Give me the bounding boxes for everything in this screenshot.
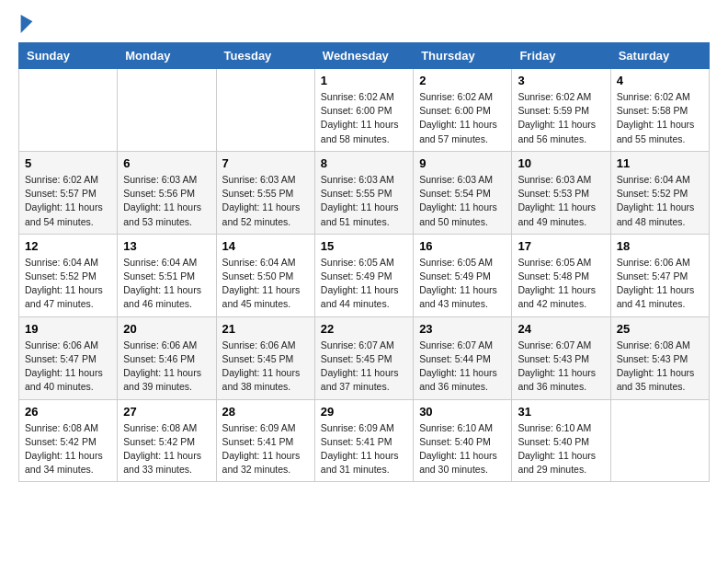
day-number: 24 bbox=[518, 322, 604, 336]
day-number: 29 bbox=[321, 405, 407, 419]
calendar-cell bbox=[610, 399, 709, 482]
cell-info: Sunrise: 6:05 AMSunset: 5:48 PMDaylight:… bbox=[518, 256, 604, 312]
day-number: 25 bbox=[617, 322, 703, 336]
cell-info: Sunrise: 6:02 AMSunset: 6:00 PMDaylight:… bbox=[321, 90, 407, 146]
calendar-cell bbox=[19, 69, 118, 152]
day-number: 20 bbox=[123, 322, 210, 336]
calendar-cell: 22Sunrise: 6:07 AMSunset: 5:45 PMDayligh… bbox=[314, 316, 413, 399]
weekday-header-sunday: Sunday bbox=[19, 43, 118, 69]
logo-icon bbox=[20, 15, 33, 33]
weekday-header-friday: Friday bbox=[512, 43, 610, 69]
cell-info: Sunrise: 6:10 AMSunset: 5:40 PMDaylight:… bbox=[419, 421, 506, 477]
day-number: 3 bbox=[518, 74, 604, 87]
calendar-cell: 10Sunrise: 6:03 AMSunset: 5:53 PMDayligh… bbox=[512, 151, 610, 234]
cell-info: Sunrise: 6:03 AMSunset: 5:55 PMDaylight:… bbox=[321, 173, 407, 229]
calendar-cell: 6Sunrise: 6:03 AMSunset: 5:56 PMDaylight… bbox=[118, 151, 216, 234]
cell-info: Sunrise: 6:03 AMSunset: 5:53 PMDaylight:… bbox=[518, 173, 604, 229]
day-number: 15 bbox=[321, 239, 407, 253]
day-number: 30 bbox=[419, 405, 506, 419]
logo bbox=[18, 18, 33, 33]
cell-info: Sunrise: 6:04 AMSunset: 5:52 PMDaylight:… bbox=[25, 256, 111, 312]
calendar-cell bbox=[118, 69, 216, 152]
day-number: 19 bbox=[25, 322, 111, 336]
day-number: 14 bbox=[222, 239, 309, 253]
calendar-cell: 11Sunrise: 6:04 AMSunset: 5:52 PMDayligh… bbox=[610, 151, 709, 234]
day-number: 22 bbox=[321, 322, 407, 336]
cell-info: Sunrise: 6:02 AMSunset: 5:58 PMDaylight:… bbox=[617, 90, 703, 146]
cell-info: Sunrise: 6:03 AMSunset: 5:55 PMDaylight:… bbox=[222, 173, 309, 229]
day-number: 26 bbox=[25, 405, 111, 419]
cell-info: Sunrise: 6:06 AMSunset: 5:46 PMDaylight:… bbox=[123, 339, 210, 395]
cell-info: Sunrise: 6:04 AMSunset: 5:50 PMDaylight:… bbox=[222, 256, 309, 312]
calendar-cell: 21Sunrise: 6:06 AMSunset: 5:45 PMDayligh… bbox=[216, 316, 314, 399]
day-number: 5 bbox=[25, 156, 111, 170]
day-number: 12 bbox=[25, 239, 111, 253]
week-row: 12Sunrise: 6:04 AMSunset: 5:52 PMDayligh… bbox=[19, 234, 710, 316]
week-row: 5Sunrise: 6:02 AMSunset: 5:57 PMDaylight… bbox=[19, 151, 710, 234]
week-row: 1Sunrise: 6:02 AMSunset: 6:00 PMDaylight… bbox=[19, 69, 710, 152]
calendar-cell: 24Sunrise: 6:07 AMSunset: 5:43 PMDayligh… bbox=[512, 316, 610, 399]
day-number: 7 bbox=[222, 156, 309, 170]
calendar-cell: 5Sunrise: 6:02 AMSunset: 5:57 PMDaylight… bbox=[19, 151, 118, 234]
day-number: 9 bbox=[419, 156, 506, 170]
cell-info: Sunrise: 6:02 AMSunset: 5:57 PMDaylight:… bbox=[25, 173, 111, 229]
day-number: 11 bbox=[617, 156, 703, 170]
cell-info: Sunrise: 6:04 AMSunset: 5:52 PMDaylight:… bbox=[617, 173, 703, 229]
cell-info: Sunrise: 6:09 AMSunset: 5:41 PMDaylight:… bbox=[222, 421, 309, 477]
weekday-header-thursday: Thursday bbox=[414, 43, 512, 69]
cell-info: Sunrise: 6:08 AMSunset: 5:42 PMDaylight:… bbox=[123, 421, 210, 477]
calendar-cell: 27Sunrise: 6:08 AMSunset: 5:42 PMDayligh… bbox=[118, 399, 216, 482]
cell-info: Sunrise: 6:02 AMSunset: 6:00 PMDaylight:… bbox=[419, 90, 506, 146]
calendar-cell: 23Sunrise: 6:07 AMSunset: 5:44 PMDayligh… bbox=[414, 316, 512, 399]
calendar-cell: 15Sunrise: 6:05 AMSunset: 5:49 PMDayligh… bbox=[314, 234, 413, 316]
cell-info: Sunrise: 6:03 AMSunset: 5:54 PMDaylight:… bbox=[419, 173, 506, 229]
day-number: 31 bbox=[518, 405, 604, 419]
calendar-cell: 20Sunrise: 6:06 AMSunset: 5:46 PMDayligh… bbox=[118, 316, 216, 399]
calendar-cell: 17Sunrise: 6:05 AMSunset: 5:48 PMDayligh… bbox=[512, 234, 610, 316]
cell-info: Sunrise: 6:07 AMSunset: 5:45 PMDaylight:… bbox=[321, 339, 407, 395]
calendar-cell: 8Sunrise: 6:03 AMSunset: 5:55 PMDaylight… bbox=[314, 151, 413, 234]
day-number: 10 bbox=[518, 156, 604, 170]
calendar-cell: 16Sunrise: 6:05 AMSunset: 5:49 PMDayligh… bbox=[414, 234, 512, 316]
weekday-header-monday: Monday bbox=[118, 43, 216, 69]
calendar-cell: 29Sunrise: 6:09 AMSunset: 5:41 PMDayligh… bbox=[314, 399, 413, 482]
svg-marker-0 bbox=[21, 15, 33, 33]
cell-info: Sunrise: 6:08 AMSunset: 5:43 PMDaylight:… bbox=[617, 339, 703, 395]
calendar-cell: 9Sunrise: 6:03 AMSunset: 5:54 PMDaylight… bbox=[414, 151, 512, 234]
calendar: SundayMondayTuesdayWednesdayThursdayFrid… bbox=[18, 42, 710, 482]
day-number: 1 bbox=[321, 74, 407, 87]
cell-info: Sunrise: 6:08 AMSunset: 5:42 PMDaylight:… bbox=[25, 421, 111, 477]
calendar-cell: 13Sunrise: 6:04 AMSunset: 5:51 PMDayligh… bbox=[118, 234, 216, 316]
cell-info: Sunrise: 6:07 AMSunset: 5:43 PMDaylight:… bbox=[518, 339, 604, 395]
cell-info: Sunrise: 6:04 AMSunset: 5:51 PMDaylight:… bbox=[123, 256, 210, 312]
cell-info: Sunrise: 6:10 AMSunset: 5:40 PMDaylight:… bbox=[518, 421, 604, 477]
day-number: 27 bbox=[123, 405, 210, 419]
week-row: 19Sunrise: 6:06 AMSunset: 5:47 PMDayligh… bbox=[19, 316, 710, 399]
day-number: 13 bbox=[123, 239, 210, 253]
calendar-cell: 25Sunrise: 6:08 AMSunset: 5:43 PMDayligh… bbox=[610, 316, 709, 399]
day-number: 23 bbox=[419, 322, 506, 336]
calendar-cell: 26Sunrise: 6:08 AMSunset: 5:42 PMDayligh… bbox=[19, 399, 118, 482]
calendar-cell: 7Sunrise: 6:03 AMSunset: 5:55 PMDaylight… bbox=[216, 151, 314, 234]
weekday-header-tuesday: Tuesday bbox=[216, 43, 314, 69]
weekday-header-row: SundayMondayTuesdayWednesdayThursdayFrid… bbox=[19, 43, 710, 69]
weekday-header-saturday: Saturday bbox=[610, 43, 709, 69]
calendar-cell: 12Sunrise: 6:04 AMSunset: 5:52 PMDayligh… bbox=[19, 234, 118, 316]
calendar-cell: 3Sunrise: 6:02 AMSunset: 5:59 PMDaylight… bbox=[512, 69, 610, 152]
day-number: 21 bbox=[222, 322, 309, 336]
calendar-cell: 31Sunrise: 6:10 AMSunset: 5:40 PMDayligh… bbox=[512, 399, 610, 482]
calendar-cell bbox=[216, 69, 314, 152]
cell-info: Sunrise: 6:03 AMSunset: 5:56 PMDaylight:… bbox=[123, 173, 210, 229]
cell-info: Sunrise: 6:09 AMSunset: 5:41 PMDaylight:… bbox=[321, 421, 407, 477]
day-number: 8 bbox=[321, 156, 407, 170]
cell-info: Sunrise: 6:06 AMSunset: 5:45 PMDaylight:… bbox=[222, 339, 309, 395]
calendar-cell: 18Sunrise: 6:06 AMSunset: 5:47 PMDayligh… bbox=[610, 234, 709, 316]
week-row: 26Sunrise: 6:08 AMSunset: 5:42 PMDayligh… bbox=[19, 399, 710, 482]
calendar-cell: 19Sunrise: 6:06 AMSunset: 5:47 PMDayligh… bbox=[19, 316, 118, 399]
weekday-header-wednesday: Wednesday bbox=[314, 43, 413, 69]
day-number: 16 bbox=[419, 239, 506, 253]
cell-info: Sunrise: 6:06 AMSunset: 5:47 PMDaylight:… bbox=[25, 339, 111, 395]
cell-info: Sunrise: 6:06 AMSunset: 5:47 PMDaylight:… bbox=[617, 256, 703, 312]
calendar-cell: 2Sunrise: 6:02 AMSunset: 6:00 PMDaylight… bbox=[414, 69, 512, 152]
day-number: 17 bbox=[518, 239, 604, 253]
